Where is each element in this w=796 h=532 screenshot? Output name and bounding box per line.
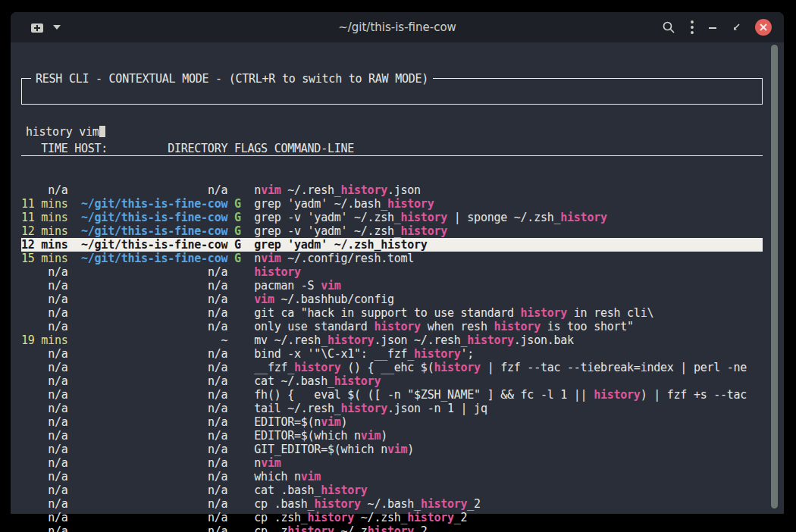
row-command: cp .bash_ xyxy=(254,497,314,511)
row-command-match: vim xyxy=(387,443,407,456)
row-flags xyxy=(234,347,241,361)
pad xyxy=(241,293,255,306)
row-command-match: history xyxy=(254,265,300,279)
row-command: ~/.zsh_ xyxy=(354,511,407,524)
history-row-selected[interactable]: 12 mins ~/git/this-is-fine-cow G grep 'y… xyxy=(21,238,763,252)
scrollbar-thumb[interactable] xyxy=(771,45,778,509)
pad xyxy=(21,320,48,333)
history-row[interactable]: n/a n/a __fzf_history () { __ehc $(histo… xyxy=(21,361,763,374)
row-flags xyxy=(234,388,241,402)
row-command: n xyxy=(254,456,261,470)
row-command: in resh cli\ xyxy=(567,306,653,320)
minimize-button[interactable] xyxy=(709,23,717,32)
search-input[interactable]: history vim xyxy=(22,120,762,139)
pad xyxy=(21,443,48,456)
pad xyxy=(67,279,207,293)
row-command: .json ~/.resh_ xyxy=(374,333,467,347)
pad xyxy=(21,279,48,293)
row-time: n/a xyxy=(48,497,67,511)
history-row[interactable]: n/a n/a nvim xyxy=(21,456,763,470)
row-flags: G xyxy=(234,197,241,211)
menu-button[interactable] xyxy=(690,20,694,35)
pad xyxy=(21,483,48,497)
history-row[interactable]: 19 mins ~ mv ~/.resh_history.json ~/.res… xyxy=(21,333,763,347)
row-time: 11 mins xyxy=(21,197,67,211)
row-command: .json xyxy=(387,183,421,197)
row-command-match: history xyxy=(594,388,640,402)
history-row[interactable]: n/a n/a tail ~/.resh_history.json -n 1 |… xyxy=(21,402,763,415)
pad xyxy=(227,211,234,224)
pad xyxy=(67,511,207,524)
close-button[interactable] xyxy=(755,19,772,36)
pad xyxy=(227,388,234,402)
row-command-match: history xyxy=(401,211,447,224)
row-command-match: history xyxy=(341,402,387,415)
restore-button[interactable] xyxy=(732,23,741,32)
row-command: fh() { eval $( ([ -n "$ZSH_NAME" ] && fc… xyxy=(254,388,594,402)
history-row[interactable]: n/a n/a which nvim xyxy=(21,470,763,483)
pad xyxy=(227,511,234,524)
row-host-dir: n/a xyxy=(208,388,227,402)
pad xyxy=(241,211,255,224)
row-host-dir: ~/git/this-is-fine-cow xyxy=(81,252,227,265)
row-time: n/a xyxy=(48,306,67,320)
row-command: _2 xyxy=(414,524,428,532)
history-row[interactable]: n/a n/a pacman -S vim xyxy=(21,279,763,293)
history-row[interactable]: 12 mins ~/git/this-is-fine-cow G grep -v… xyxy=(21,224,763,238)
history-row[interactable]: n/a n/a only use standard history when r… xyxy=(21,320,763,333)
history-row[interactable]: n/a n/a history xyxy=(21,265,763,279)
row-command: ) xyxy=(341,415,348,429)
kebab-menu-icon xyxy=(690,20,694,35)
row-time: n/a xyxy=(48,279,67,293)
pad xyxy=(67,388,207,402)
history-row[interactable]: n/a n/a GIT_EDITOR=$(which nvim) xyxy=(21,443,763,456)
row-command-match: vim xyxy=(261,183,280,197)
history-row[interactable]: n/a n/a vim ~/.bashhub/config xyxy=(21,293,763,306)
history-row[interactable]: n/a n/a cp .zhistory ~/.zhistory_2 xyxy=(21,524,763,532)
pad xyxy=(241,511,255,524)
row-command-match: history xyxy=(467,333,513,347)
search-query-text: history vim xyxy=(26,125,99,139)
pad xyxy=(227,238,234,252)
row-command: git ca "hack in support to use standard xyxy=(254,306,520,320)
pad xyxy=(241,265,255,279)
pad xyxy=(67,415,207,429)
row-command: __fzf_ xyxy=(254,361,294,374)
history-row[interactable]: n/a n/a EDITOR=$(nvim) xyxy=(21,415,763,429)
history-row[interactable]: n/a n/a cat ~/.bash_history xyxy=(21,374,763,388)
pad xyxy=(21,306,48,320)
row-host-dir: n/a xyxy=(208,402,227,415)
history-row[interactable]: 11 mins ~/git/this-is-fine-cow G grep -v… xyxy=(21,211,763,224)
row-command-match: history xyxy=(407,511,453,524)
row-host-dir: ~/git/this-is-fine-cow xyxy=(81,211,227,224)
pad xyxy=(67,293,207,306)
row-flags xyxy=(234,524,241,532)
row-host-dir: n/a xyxy=(208,456,227,470)
row-command: .json.bak xyxy=(514,333,574,347)
pad xyxy=(227,429,234,443)
history-row[interactable]: n/a n/a bind -x '"\C-x1": __fzf_history'… xyxy=(21,347,763,361)
row-command: grep -v 'yadm' ~/.zsh_ xyxy=(254,224,400,238)
history-row[interactable]: n/a n/a cp .zsh_history ~/.zsh_history_2 xyxy=(21,511,763,524)
pad xyxy=(67,306,207,320)
history-row[interactable]: n/a n/a git ca "hack in support to use s… xyxy=(21,306,763,320)
pad xyxy=(227,361,234,374)
pad xyxy=(227,524,234,532)
history-row[interactable]: n/a n/a cat .bash_history xyxy=(21,483,763,497)
history-row[interactable]: n/a n/a nvim ~/.resh_history.json xyxy=(21,183,763,197)
row-flags xyxy=(234,483,241,497)
row-command-match: history xyxy=(494,320,540,333)
row-flags xyxy=(234,333,241,347)
pad xyxy=(227,497,234,511)
history-row[interactable]: n/a n/a cp .bash_history ~/.bash_history… xyxy=(21,497,763,511)
search-button[interactable] xyxy=(662,20,675,34)
history-row[interactable]: n/a n/a fh() { eval $( ([ -n "$ZSH_NAME"… xyxy=(21,388,763,402)
pad xyxy=(67,211,81,224)
history-row[interactable]: n/a n/a EDITOR=$(which nvim) xyxy=(21,429,763,443)
pad xyxy=(67,265,207,279)
row-time: n/a xyxy=(48,443,67,456)
row-host-dir: ~/git/this-is-fine-cow xyxy=(81,224,227,238)
history-row[interactable]: 11 mins ~/git/this-is-fine-cow G grep 'y… xyxy=(21,197,763,211)
row-command-match: history xyxy=(434,361,480,374)
history-row[interactable]: 15 mins ~/git/this-is-fine-cow G nvim ~/… xyxy=(21,252,763,265)
